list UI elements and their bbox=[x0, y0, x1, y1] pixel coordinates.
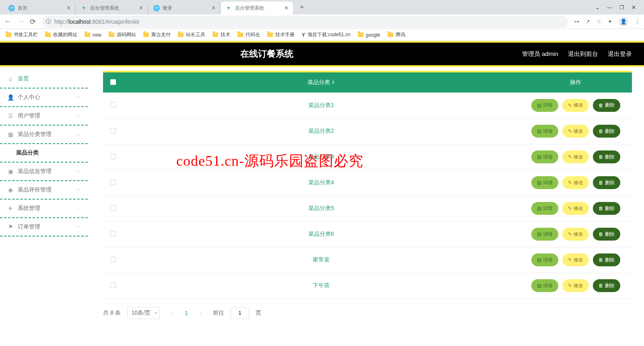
edit-button[interactable]: ✎修改 bbox=[562, 150, 589, 163]
delete-button[interactable]: 🗑删除 bbox=[593, 228, 620, 241]
category-col-header[interactable]: 菜品分类▲▼ bbox=[123, 72, 519, 93]
detail-button[interactable]: ▤详情 bbox=[531, 228, 558, 241]
delete-button[interactable]: 🗑删除 bbox=[593, 99, 620, 112]
sidebar-item[interactable]: 👤个人中心﹀ bbox=[0, 89, 88, 107]
delete-button[interactable]: 🗑删除 bbox=[593, 150, 620, 163]
edit-button[interactable]: ✎修改 bbox=[562, 228, 589, 241]
logout-link[interactable]: 退出登录 bbox=[608, 50, 632, 58]
bookmark-item[interactable]: 源码网站 bbox=[109, 31, 136, 38]
menu-icon[interactable]: ⋮ bbox=[635, 19, 640, 25]
row-checkbox[interactable] bbox=[110, 102, 116, 107]
bookmark-item[interactable]: 技术手册 bbox=[267, 31, 295, 38]
folder-icon bbox=[237, 33, 243, 37]
bookmark-item[interactable]: 站长工具 bbox=[178, 31, 205, 38]
sidebar-item-home[interactable]: ⌂ 首页 bbox=[0, 70, 88, 89]
folder-icon bbox=[143, 33, 149, 37]
row-checkbox[interactable] bbox=[110, 154, 116, 159]
bookmark-label: new bbox=[93, 32, 101, 38]
address-bar[interactable]: ⓘ http://localhost:8081/#/caipinfenlei bbox=[42, 16, 568, 28]
browser-tab[interactable]: ▼后台管理系统× bbox=[221, 2, 293, 14]
delete-button[interactable]: 🗑删除 bbox=[593, 202, 620, 215]
close-tab-icon[interactable]: × bbox=[285, 4, 288, 12]
sidebar-item[interactable]: ◉菜品评价管理﹀ bbox=[0, 181, 88, 200]
category-name[interactable]: 菜品分类1 bbox=[308, 102, 334, 108]
category-name[interactable]: 菜品分类6 bbox=[308, 231, 334, 237]
site-info-icon[interactable]: ⓘ bbox=[42, 18, 54, 25]
sidebar-item[interactable]: ⚑订单管理﹀ bbox=[0, 218, 88, 237]
bookmark-star-icon[interactable]: ☆ bbox=[597, 19, 601, 25]
key-icon[interactable]: ⊶ bbox=[574, 19, 579, 25]
prev-page-button[interactable]: ‹ bbox=[166, 307, 178, 319]
edit-button[interactable]: ✎修改 bbox=[562, 279, 589, 292]
edit-button[interactable]: ✎修改 bbox=[562, 176, 589, 189]
forward-button[interactable]: → bbox=[17, 17, 24, 26]
maximize-button[interactable]: ❐ bbox=[619, 4, 624, 10]
edit-button[interactable]: ✎修改 bbox=[562, 202, 589, 215]
share-icon[interactable]: ↗ bbox=[586, 19, 590, 25]
minimize-button[interactable]: ― bbox=[607, 4, 612, 10]
sidebar-subitem[interactable]: 菜品分类 bbox=[0, 144, 88, 163]
category-name[interactable]: 菜品分类3 bbox=[308, 153, 334, 160]
category-name[interactable]: 菜品分类4 bbox=[308, 179, 334, 185]
row-checkbox[interactable] bbox=[110, 179, 116, 185]
select-all-checkbox[interactable] bbox=[110, 79, 116, 85]
sidebar-item[interactable]: ☰用户管理﹀ bbox=[0, 107, 88, 126]
profile-avatar[interactable]: 👤 bbox=[619, 17, 628, 27]
edit-button[interactable]: ✎修改 bbox=[562, 125, 589, 138]
admin-label[interactable]: 管理员 admin bbox=[522, 50, 558, 58]
row-checkbox[interactable] bbox=[110, 231, 116, 237]
sidebar-item[interactable]: ▣菜品信息管理﹀ bbox=[0, 163, 88, 181]
goto-front-link[interactable]: 退出到前台 bbox=[568, 50, 598, 58]
category-name[interactable]: 菜品分类2 bbox=[308, 128, 334, 134]
home-icon: ⌂ bbox=[7, 76, 14, 82]
category-name[interactable]: 菜品分类5 bbox=[308, 205, 334, 211]
chevron-down-icon[interactable]: ⌄ bbox=[595, 4, 600, 10]
back-button[interactable]: ← bbox=[4, 17, 11, 26]
detail-button[interactable]: ▤详情 bbox=[531, 176, 558, 189]
close-tab-icon[interactable]: × bbox=[212, 4, 215, 12]
delete-button[interactable]: 🗑删除 bbox=[593, 279, 620, 292]
delete-button[interactable]: 🗑删除 bbox=[593, 125, 620, 138]
row-checkbox[interactable] bbox=[110, 205, 116, 211]
category-name[interactable]: 家常菜 bbox=[313, 256, 330, 263]
page-number[interactable]: 1 bbox=[185, 310, 188, 316]
category-name[interactable]: 下午茶 bbox=[313, 282, 330, 288]
close-window-button[interactable]: ✕ bbox=[632, 4, 636, 10]
edit-button[interactable]: ✎修改 bbox=[562, 253, 589, 266]
detail-button[interactable]: ▤详情 bbox=[531, 99, 558, 112]
detail-button[interactable]: ▤详情 bbox=[531, 253, 558, 266]
bookmark-item[interactable]: new bbox=[85, 32, 101, 38]
close-tab-icon[interactable]: × bbox=[139, 4, 143, 12]
sidebar-item[interactable]: ✈系统管理﹀ bbox=[0, 200, 88, 218]
row-checkbox[interactable] bbox=[110, 257, 116, 262]
bookmark-item[interactable]: 代码仓 bbox=[237, 31, 260, 38]
detail-button[interactable]: ▤详情 bbox=[531, 125, 558, 138]
page-size-select[interactable]: 10条/页 bbox=[127, 307, 160, 319]
bookmark-item[interactable]: 腾讯 bbox=[388, 31, 405, 38]
browser-tab[interactable]: 🌐登录× bbox=[148, 2, 221, 14]
delete-button[interactable]: 🗑删除 bbox=[593, 253, 620, 266]
delete-button[interactable]: 🗑删除 bbox=[593, 176, 620, 189]
table-row: 菜品分类6▤详情✎修改🗑删除 bbox=[103, 221, 632, 247]
row-checkbox[interactable] bbox=[110, 282, 116, 288]
edit-button[interactable]: ✎修改 bbox=[562, 99, 589, 112]
detail-button[interactable]: ▤详情 bbox=[531, 202, 558, 215]
browser-tab[interactable]: 🌐首页× bbox=[3, 2, 76, 14]
bookmark-item[interactable]: google bbox=[358, 32, 380, 38]
reload-button[interactable]: ⟳ bbox=[30, 17, 36, 26]
bookmark-item[interactable]: 书签工具栏 bbox=[6, 31, 38, 38]
bookmark-item[interactable]: Y项目下载:code51.cn bbox=[302, 31, 351, 38]
bookmark-item[interactable]: 聚合支付 bbox=[143, 31, 171, 38]
row-checkbox[interactable] bbox=[110, 128, 116, 134]
new-tab-button[interactable]: + bbox=[296, 3, 308, 12]
bookmark-item[interactable]: 技术 bbox=[213, 31, 230, 38]
detail-button[interactable]: ▤详情 bbox=[531, 279, 558, 292]
goto-page-input[interactable] bbox=[231, 307, 249, 319]
next-page-button[interactable]: › bbox=[194, 307, 206, 319]
bookmark-item[interactable]: 收藏的网址 bbox=[45, 31, 77, 38]
detail-button[interactable]: ▤详情 bbox=[531, 150, 558, 163]
close-tab-icon[interactable]: × bbox=[67, 4, 70, 12]
sidebar-item[interactable]: ▦菜品分类管理︿ bbox=[0, 126, 88, 144]
extension-icon[interactable]: ✦ bbox=[608, 19, 612, 25]
browser-tab[interactable]: ▼后台管理系统× bbox=[76, 2, 148, 14]
